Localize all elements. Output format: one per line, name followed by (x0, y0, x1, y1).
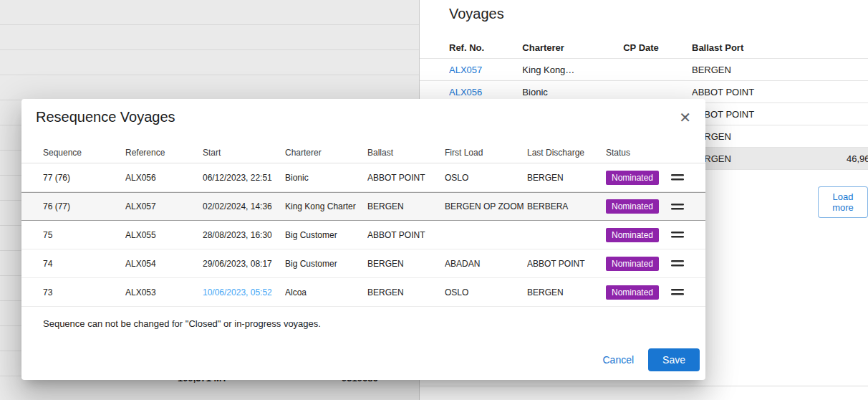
cell-charterer: Bionic (285, 173, 367, 183)
cell-sequence: 76 (77) (43, 201, 125, 211)
status-badge: Nominated (606, 257, 659, 271)
cell-start: 28/08/2023, 16:30 (203, 230, 285, 240)
cell-start: 02/02/2024, 14:36 (203, 201, 285, 211)
cell-first-load: OSLO (445, 173, 527, 183)
cell-reference: ALX056 (125, 173, 203, 183)
drag-handle-icon[interactable] (663, 203, 692, 211)
status-badge: Nominated (606, 285, 659, 300)
voyage-ballast-port: ABBOT POINT (692, 109, 847, 120)
cell-charterer: Big Customer (285, 259, 367, 269)
cell-last-discharge: BERBERA (527, 201, 606, 211)
cell-start: 06/12/2023, 22:51 (203, 173, 285, 183)
resequence-row: 77 (76) ALX056 06/12/2023, 22:51 Bionic … (21, 163, 705, 192)
drag-handle-icon[interactable] (663, 173, 692, 181)
cell-first-load: BERGEN OP ZOOM (445, 201, 527, 211)
modal-title: Resequence Voyages (36, 109, 175, 125)
voyage-row: ALX057 King Kong… BERGEN (420, 59, 868, 81)
cell-last-discharge: BERGEN (527, 287, 606, 297)
resequence-row-highlighted: 76 (77) ALX057 02/02/2024, 14:36 King Ko… (21, 192, 705, 221)
cell-sequence: 75 (43, 230, 125, 240)
cell-start: 29/06/2023, 08:17 (203, 259, 285, 269)
cell-charterer: Big Customer (285, 230, 367, 240)
voyage-ref-link[interactable]: ALX056 (449, 87, 482, 97)
cell-sequence: 73 (43, 287, 125, 297)
modal-header: Resequence Voyages ✕ (21, 99, 705, 126)
cell-charterer: King Kong Charter (285, 201, 367, 211)
voyage-charterer: Bionic (522, 87, 623, 97)
cell-reference: ALX057 (125, 201, 203, 211)
cell-ballast: BERGEN (367, 287, 445, 297)
voyage-value: 46,96 (847, 153, 868, 164)
cell-first-load: ABADAN (445, 259, 527, 269)
drag-handle-icon[interactable] (663, 231, 692, 239)
column-first-load: First Load (445, 148, 527, 158)
cell-ballast: BERGEN (367, 201, 445, 211)
voyage-ballast-port: BERGEN (692, 153, 847, 164)
column-start: Start (203, 148, 285, 158)
column-ballast: Ballast (367, 148, 445, 158)
panel-divider (420, 386, 868, 386)
cell-charterer: Alcoa (285, 287, 367, 297)
resequence-row: 74 ALX054 29/06/2023, 08:17 Big Customer… (21, 249, 705, 278)
voyage-ballast-port: BERGEN (692, 65, 847, 75)
cell-ballast: ABBOT POINT (367, 230, 445, 240)
column-charterer: Charterer (522, 42, 623, 53)
voyage-charterer: King Kong… (522, 65, 623, 75)
column-charterer: Charterer (285, 148, 367, 158)
cell-last-discharge: BERGEN (527, 173, 606, 183)
column-reference: Reference (125, 148, 203, 158)
voyages-table-header: Ref. No. Charterer CP Date Ballast Port (420, 37, 868, 59)
cell-last-discharge: ABBOT POINT (527, 259, 606, 269)
cell-first-load: OSLO (445, 287, 527, 297)
resequence-table: Sequence Reference Start Charterer Balla… (21, 142, 705, 307)
column-ballast-port: Ballast Port (692, 42, 847, 53)
cell-reference: ALX053 (125, 287, 203, 297)
drag-handle-icon[interactable] (663, 288, 692, 296)
load-more-button[interactable]: Load more (818, 186, 868, 218)
column-ref-no: Ref. No. (449, 42, 522, 53)
cancel-button[interactable]: Cancel (592, 348, 644, 371)
status-badge: Nominated (606, 199, 659, 214)
cell-sequence: 77 (76) (43, 173, 125, 183)
voyages-panel-title: Voyages (420, 0, 868, 22)
column-sequence: Sequence (43, 148, 125, 158)
resequence-table-header: Sequence Reference Start Charterer Balla… (21, 142, 705, 163)
column-last-discharge: Last Discharge (527, 148, 606, 158)
cell-reference: ALX055 (125, 230, 203, 240)
cell-sequence: 74 (43, 259, 125, 269)
status-badge: Nominated (606, 228, 659, 242)
cell-ballast: BERGEN (367, 259, 445, 269)
cell-start-link[interactable]: 10/06/2023, 05:52 (203, 287, 285, 297)
cell-reference: ALX054 (125, 259, 203, 269)
voyage-ballast-port: BERGEN (692, 131, 847, 142)
cell-ballast: ABBOT POINT (367, 173, 445, 183)
resequence-row: 75 ALX055 28/08/2023, 16:30 Big Customer… (21, 221, 705, 249)
drag-handle-icon[interactable] (663, 259, 692, 267)
close-icon[interactable]: ✕ (676, 109, 694, 126)
modal-actions: Cancel Save (592, 348, 700, 371)
voyage-ballast-port: ABBOT POINT (692, 87, 847, 97)
column-status: Status (606, 148, 663, 158)
resequence-row: 73 ALX053 10/06/2023, 05:52 Alcoa BERGEN… (21, 278, 705, 307)
save-button[interactable]: Save (648, 348, 700, 371)
column-cp-date: CP Date (623, 42, 692, 53)
voyage-ref-link[interactable]: ALX057 (449, 65, 482, 75)
resequence-voyages-modal: Resequence Voyages ✕ Sequence Reference … (21, 99, 705, 380)
status-badge: Nominated (606, 171, 659, 185)
sequence-note: Sequence can not be changed for "Closed"… (43, 318, 705, 329)
